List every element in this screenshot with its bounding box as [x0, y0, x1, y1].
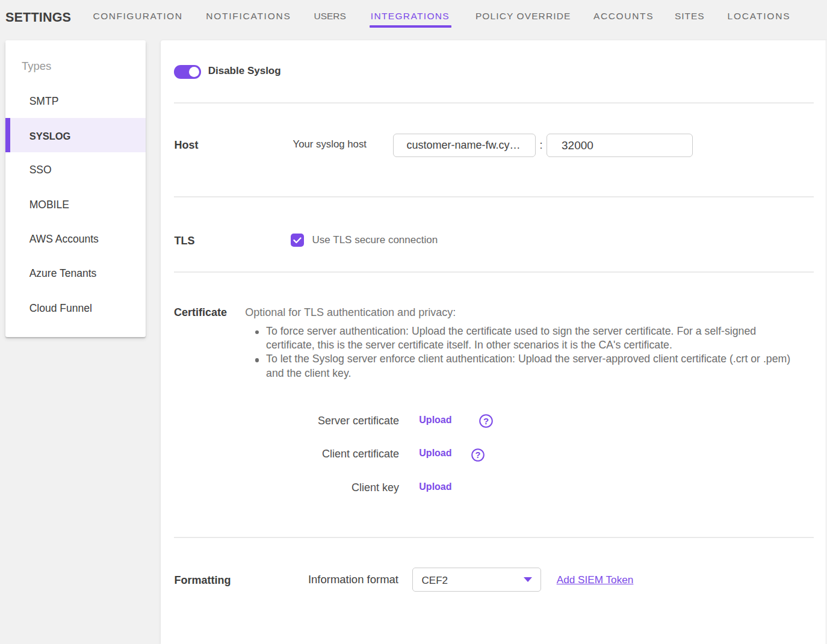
svg-text:?: ?: [483, 416, 489, 426]
svg-text:?: ?: [475, 450, 480, 460]
